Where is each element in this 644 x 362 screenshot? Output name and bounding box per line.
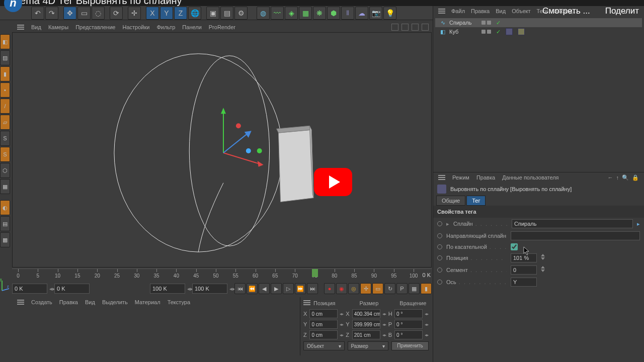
edge-mode-button[interactable]: / bbox=[0, 99, 10, 114]
obj-menu-view[interactable]: Вид bbox=[496, 8, 506, 14]
primitive-button[interactable]: ◍ bbox=[257, 7, 270, 20]
select-tool-button[interactable]: ▭ bbox=[77, 7, 91, 20]
share-link[interactable]: Поделит bbox=[605, 6, 639, 16]
attr-tab[interactable]: Тег bbox=[466, 196, 486, 206]
next-frame-button[interactable]: ▷ bbox=[283, 283, 294, 294]
object-mode-button[interactable]: ▮ bbox=[0, 66, 10, 81]
mat-texture[interactable]: Текстура bbox=[168, 299, 190, 305]
axis-field[interactable] bbox=[511, 278, 537, 287]
segment-field[interactable] bbox=[511, 265, 537, 275]
size-Y-field[interactable] bbox=[353, 322, 380, 327]
link-picker-icon[interactable]: ▸ bbox=[637, 221, 640, 227]
object-node[interactable]: ∿Спираль✓ bbox=[435, 18, 642, 27]
hamburger-icon[interactable] bbox=[303, 300, 310, 305]
size-X-field[interactable] bbox=[353, 311, 380, 317]
translate-button[interactable]: ✢ bbox=[128, 7, 141, 20]
timeline-button[interactable]: ▮ bbox=[421, 283, 432, 294]
record-key-button[interactable]: ● bbox=[324, 283, 335, 294]
object-node[interactable]: ◧Куб✓ bbox=[435, 27, 642, 36]
vp-layout-2-icon[interactable] bbox=[401, 24, 409, 31]
light-button[interactable]: 💡 bbox=[383, 7, 396, 20]
spline-button[interactable]: 〰 bbox=[271, 7, 284, 20]
rail-field[interactable] bbox=[511, 231, 640, 240]
world-axis-button[interactable]: 🌐 bbox=[188, 7, 201, 20]
live-select-button[interactable]: ◌ bbox=[92, 7, 105, 20]
to-frame-field[interactable] bbox=[150, 284, 185, 294]
mograph-button[interactable]: ❋ bbox=[313, 7, 326, 20]
render-settings-button[interactable]: ⚙ bbox=[234, 7, 248, 20]
axis-z-button[interactable]: Z bbox=[174, 7, 187, 20]
mat-create[interactable]: Создать bbox=[31, 299, 52, 305]
search-icon[interactable]: 🔍 bbox=[622, 174, 629, 181]
field-button[interactable]: ⬢ bbox=[327, 7, 340, 20]
obj-menu-object[interactable]: Объект bbox=[512, 8, 530, 14]
grid-button[interactable]: ▤ bbox=[0, 216, 10, 231]
tweak-button[interactable]: S bbox=[0, 147, 10, 162]
render-view-button[interactable]: ▣ bbox=[206, 7, 219, 20]
deformer-button[interactable]: ⫴ bbox=[341, 7, 354, 20]
object-name[interactable]: Куб bbox=[449, 29, 478, 35]
vis-editor-dot[interactable] bbox=[481, 30, 486, 34]
texture-mode-button[interactable]: ▨ bbox=[0, 50, 10, 65]
scale-key-button[interactable]: ▭ bbox=[372, 283, 383, 294]
prev-key-button[interactable]: ⏪ bbox=[247, 283, 258, 294]
pos-Y-field[interactable] bbox=[310, 322, 337, 327]
poly-mode-button[interactable]: ▱ bbox=[0, 115, 10, 130]
redo-button[interactable]: ↷ bbox=[45, 7, 58, 20]
goto-start-button[interactable]: ⏮ bbox=[234, 283, 246, 294]
anim-dot-icon[interactable] bbox=[437, 221, 442, 226]
hamburger-icon[interactable] bbox=[438, 175, 445, 180]
hamburger-icon[interactable] bbox=[17, 300, 24, 305]
pla-key-button[interactable]: ▦ bbox=[409, 283, 420, 294]
snap-button[interactable]: ⬡ bbox=[0, 163, 10, 178]
prev-frame-button[interactable]: ◀ bbox=[259, 283, 270, 294]
generator-button[interactable]: ◈ bbox=[285, 7, 298, 20]
timeline[interactable]: 0510152025303540455055606570758085909510… bbox=[12, 268, 432, 281]
history-button[interactable]: ⟳ bbox=[110, 7, 123, 20]
attr-menu-edit[interactable]: Правка bbox=[476, 174, 495, 180]
coords-mode-dropdown[interactable]: Объект▾ bbox=[303, 341, 345, 350]
coords-size-dropdown[interactable]: Размер▾ bbox=[348, 341, 389, 350]
camera-button[interactable]: 📷 bbox=[369, 7, 382, 20]
from-frame-field[interactable] bbox=[54, 284, 90, 294]
coords-apply-button[interactable]: Применить bbox=[391, 341, 429, 350]
rot-P-field[interactable] bbox=[395, 322, 422, 327]
undo-button[interactable]: ↶ bbox=[31, 7, 44, 20]
vp-menu-view[interactable]: Вид bbox=[31, 24, 41, 30]
attr-tab[interactable]: Общие bbox=[436, 196, 465, 206]
axis-y-button[interactable]: Y bbox=[160, 7, 173, 20]
hamburger-icon[interactable] bbox=[17, 25, 24, 30]
vp-layout-4-icon[interactable] bbox=[422, 24, 429, 31]
mat-select[interactable]: Выделить bbox=[102, 299, 128, 305]
mat-edit[interactable]: Правка bbox=[59, 299, 78, 305]
vis-render-dot[interactable] bbox=[487, 21, 491, 25]
pos-Z-field[interactable] bbox=[310, 332, 337, 338]
vp-menu-cameras[interactable]: Камеры bbox=[48, 24, 68, 30]
nurbs-button[interactable]: ▦ bbox=[299, 7, 312, 20]
render-pv-button[interactable]: ▤ bbox=[220, 7, 233, 20]
vis-render-dot[interactable] bbox=[487, 30, 491, 34]
obj-menu-edit[interactable]: Правка bbox=[471, 8, 490, 14]
environment-button[interactable]: ☁ bbox=[355, 7, 368, 20]
tangential-checkbox[interactable] bbox=[511, 243, 518, 250]
move-tool-button[interactable]: ✥ bbox=[63, 7, 76, 20]
watch-later-link[interactable]: Смотреть ... bbox=[542, 6, 590, 16]
nav-up-icon[interactable]: ↑ bbox=[616, 174, 619, 181]
obj-menu-file[interactable]: Файл bbox=[451, 8, 465, 14]
anim-dot-icon[interactable] bbox=[437, 244, 442, 249]
vp-menu-options[interactable]: Настройки bbox=[122, 24, 149, 30]
autokey-button[interactable]: ◉ bbox=[336, 283, 347, 294]
keyframe-sel-button[interactable]: ◎ bbox=[348, 283, 359, 294]
mask-button[interactable]: ▩ bbox=[0, 232, 10, 247]
phong-tag-icon[interactable] bbox=[518, 28, 525, 35]
anim-dot-icon[interactable] bbox=[437, 233, 442, 238]
spline-field[interactable] bbox=[512, 219, 633, 228]
mat-material[interactable]: Материал bbox=[135, 299, 160, 305]
isoline-button[interactable]: S bbox=[0, 131, 10, 146]
start-frame-field[interactable] bbox=[12, 284, 47, 294]
vis-editor-dot[interactable] bbox=[481, 21, 486, 25]
lock-icon[interactable]: 🔒 bbox=[632, 174, 639, 181]
object-name[interactable]: Спираль bbox=[449, 20, 478, 26]
axis-x-button[interactable]: X bbox=[146, 7, 159, 20]
anim-dot-icon[interactable] bbox=[437, 255, 442, 260]
